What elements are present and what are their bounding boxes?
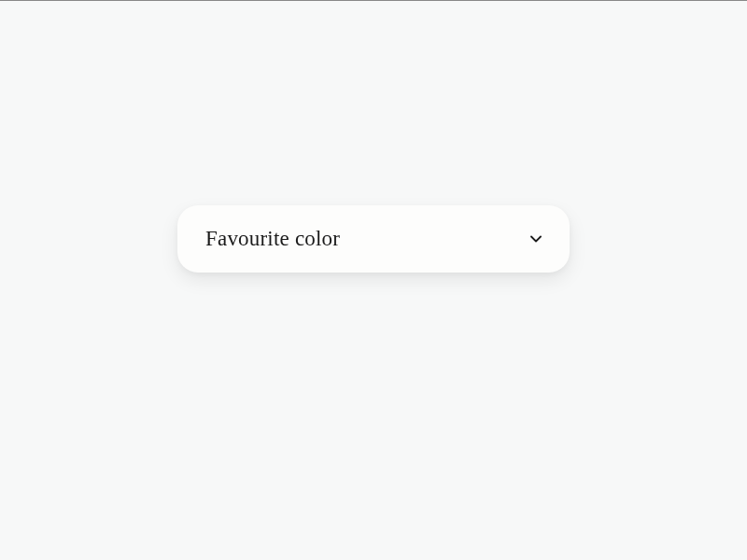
chevron-down-icon [527,230,545,248]
dropdown-label: Favourite color [205,227,340,251]
favourite-color-dropdown[interactable]: Favourite color [177,205,570,273]
dropdown-container: Favourite color [177,205,570,273]
